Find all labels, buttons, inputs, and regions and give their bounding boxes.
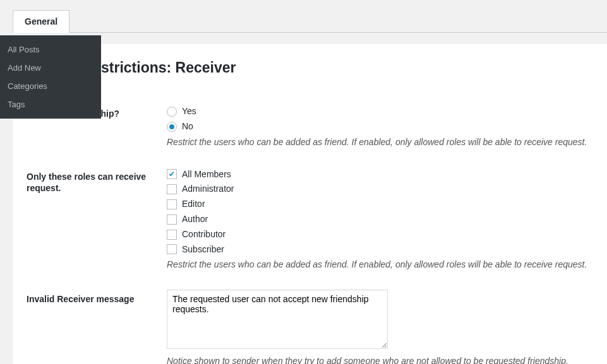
restrict-desc: Restrict the users who can be added as f… [167,137,588,147]
check-author-label: Author [182,212,208,227]
field-label-invalid: Invalid Receiver message [27,282,165,364]
check-subscriber-label: Subscriber [182,242,224,257]
tab-bar: General [13,10,607,33]
radio-yes-label: Yes [182,104,196,119]
radio-yes[interactable] [167,107,177,117]
submenu-item-all-posts[interactable]: All Posts [0,40,101,59]
field-label-roles: Only these roles can receive request. [27,160,165,281]
check-contributor-label: Contributor [182,227,225,242]
invalid-message-textarea[interactable] [167,290,388,349]
check-author[interactable] [167,214,177,225]
invalid-desc: Notice shown to sender when they try to … [167,356,588,364]
submenu-item-tags[interactable]: Tags [0,95,101,114]
check-administrator[interactable] [167,184,177,194]
check-editor-label: Editor [182,197,205,212]
check-contributor[interactable] [167,230,177,240]
tab-general[interactable]: General [13,10,69,33]
check-all-members-label: All Members [182,167,231,182]
posts-submenu: All Posts Add New Categories Tags [0,35,101,119]
check-subscriber[interactable] [167,244,177,254]
settings-panel: strictions: Receiver requested friendshi… [13,44,607,364]
check-all-members[interactable] [167,169,177,179]
roles-desc: Restrict the users who can be added as f… [167,259,588,269]
submenu-item-add-new[interactable]: Add New [0,59,101,77]
submenu-item-categories[interactable]: Categories [0,77,101,95]
settings-form: requested friendship? Yes No Restrict th… [25,95,589,364]
check-editor[interactable] [167,199,177,209]
check-administrator-label: Administrator [182,182,234,197]
radio-no[interactable] [167,122,177,132]
section-heading: strictions: Receiver [25,59,589,76]
radio-no-label: No [182,119,193,134]
